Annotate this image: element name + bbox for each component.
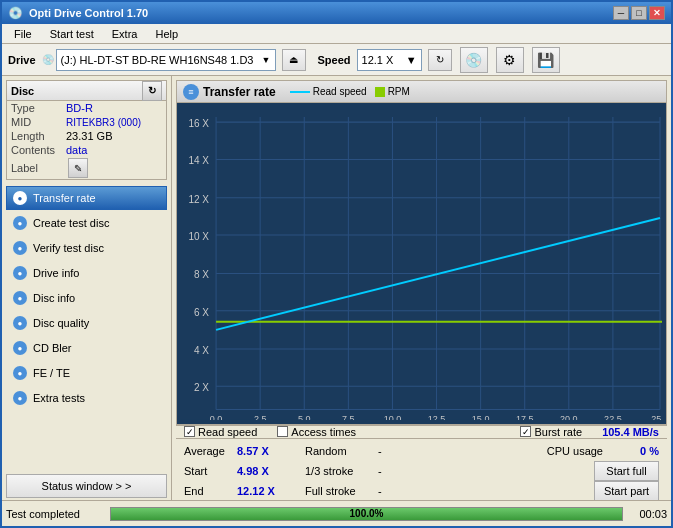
legend-read-speed: Read speed [290, 86, 367, 97]
read-speed-checkbox[interactable]: ✓ Read speed [184, 426, 257, 438]
disc-refresh-button[interactable]: ↻ [142, 81, 162, 101]
nav-verify-test-disc[interactable]: ● Verify test disc [6, 236, 167, 260]
nav-label-verify-test: Verify test disc [33, 242, 104, 254]
nav-label-drive-info: Drive info [33, 267, 79, 279]
average-value: 8.57 X [237, 445, 277, 457]
chart-title: Transfer rate [203, 85, 276, 99]
speed-label: Speed [318, 54, 351, 66]
nav-cd-bler[interactable]: ● CD Bler [6, 336, 167, 360]
length-label: Length [11, 130, 66, 142]
save-icon: 💾 [537, 52, 554, 68]
refresh-icon: ↻ [436, 54, 444, 65]
start-full-button[interactable]: Start full [594, 461, 659, 481]
random-value: - [378, 445, 408, 457]
nav-disc-quality[interactable]: ● Disc quality [6, 311, 167, 335]
nav-disc-info[interactable]: ● Disc info [6, 286, 167, 310]
nav-extra-tests[interactable]: ● Extra tests [6, 386, 167, 410]
status-time: 00:03 [627, 508, 667, 520]
svg-text:7.5: 7.5 [342, 414, 355, 420]
svg-text:17.5: 17.5 [516, 414, 534, 420]
title-bar: 💿 Opti Drive Control 1.70 ─ □ ✕ [2, 2, 671, 24]
svg-text:12.5: 12.5 [428, 414, 446, 420]
chart-icon: ≡ [183, 84, 199, 100]
svg-text:25.0: 25.0 [651, 414, 662, 420]
label-label: Label [11, 162, 66, 174]
svg-text:14 X: 14 X [188, 155, 209, 166]
nav-label-create-test: Create test disc [33, 217, 109, 229]
menu-file[interactable]: File [6, 26, 40, 42]
length-value: 23.31 GB [66, 130, 112, 142]
nav-icon-verify-test: ● [13, 241, 27, 255]
cpu-usage-label: CPU usage [547, 445, 611, 457]
nav-drive-info[interactable]: ● Drive info [6, 261, 167, 285]
status-bar: Test completed 100.0% 00:03 [2, 500, 671, 526]
nav-icon-disc-quality: ● [13, 316, 27, 330]
start-label: Start [184, 465, 229, 477]
eject-icon: ⏏ [289, 54, 298, 65]
nav-label-extra-tests: Extra tests [33, 392, 85, 404]
menu-help[interactable]: Help [147, 26, 186, 42]
menu-extra[interactable]: Extra [104, 26, 146, 42]
nav-transfer-rate[interactable]: ● Transfer rate [6, 186, 167, 210]
svg-text:10 X: 10 X [188, 231, 209, 242]
status-window-button[interactable]: Status window > > [6, 474, 167, 498]
nav-icon-drive-info: ● [13, 266, 27, 280]
stats-area: Average 8.57 X Random - CPU usage 0 % St… [176, 438, 667, 500]
app-title: Opti Drive Control 1.70 [29, 7, 148, 19]
cpu-usage-value: 0 % [619, 445, 659, 457]
full-stroke-value: - [378, 485, 408, 497]
svg-text:8 X: 8 X [194, 269, 209, 280]
refresh-button[interactable]: ↻ [428, 49, 452, 71]
status-text: Test completed [6, 508, 106, 520]
disc-panel-title: Disc [11, 85, 34, 97]
drive-select[interactable]: (J:) HL-DT-ST BD-RE WH16NS48 1.D3 ▼ [56, 49, 276, 71]
svg-text:6 X: 6 X [194, 307, 209, 318]
drive-label: Drive [8, 54, 36, 66]
svg-text:15.0: 15.0 [472, 414, 490, 420]
burst-rate-checkbox[interactable]: ✓ Burst rate [520, 426, 582, 438]
label-edit-button[interactable]: ✎ [68, 158, 88, 178]
minimize-button[interactable]: ─ [613, 6, 629, 20]
chart-header: ≡ Transfer rate Read speed RPM [177, 81, 666, 103]
progress-text: 100.0% [111, 508, 622, 520]
nav-fe-te[interactable]: ● FE / TE [6, 361, 167, 385]
chart-svg: 16 X 14 X 12 X 10 X 8 X 6 X 4 X 2 X [181, 107, 662, 420]
type-label: Type [11, 102, 66, 114]
contents-value: data [66, 144, 87, 156]
eject-button[interactable]: ⏏ [282, 49, 306, 71]
nav-create-test-disc[interactable]: ● Create test disc [6, 211, 167, 235]
svg-rect-0 [181, 107, 662, 420]
end-value: 12.12 X [237, 485, 277, 497]
maximize-button[interactable]: □ [631, 6, 647, 20]
access-times-checkbox[interactable]: Access times [277, 426, 356, 438]
full-stroke-label: Full stroke [305, 485, 370, 497]
end-label: End [184, 485, 229, 497]
nav-icon-cd-bler: ● [13, 341, 27, 355]
menu-start-test[interactable]: Start test [42, 26, 102, 42]
settings-button[interactable]: ⚙ [496, 47, 524, 73]
disc-icon: 💿 [465, 52, 482, 68]
close-button[interactable]: ✕ [649, 6, 665, 20]
average-label: Average [184, 445, 229, 457]
svg-text:5.0: 5.0 [298, 414, 311, 420]
svg-text:16 X: 16 X [188, 118, 209, 129]
legend-rpm: RPM [375, 86, 410, 97]
start-part-button[interactable]: Start part [594, 481, 659, 500]
speed-select[interactable]: 12.1 X ▼ [357, 49, 422, 71]
svg-text:0.0: 0.0 [210, 414, 223, 420]
save-button[interactable]: 💾 [532, 47, 560, 73]
nav-label-cd-bler: CD Bler [33, 342, 72, 354]
svg-text:2 X: 2 X [194, 382, 209, 393]
disc-button[interactable]: 💿 [460, 47, 488, 73]
svg-text:20.0: 20.0 [560, 414, 578, 420]
nav-icon-disc-info: ● [13, 291, 27, 305]
status-window-label: Status window > > [42, 480, 132, 492]
legend-read-color [290, 91, 310, 93]
menu-bar: File Start test Extra Help [2, 24, 671, 44]
contents-label: Contents [11, 144, 66, 156]
nav-icon-transfer-rate: ● [13, 191, 27, 205]
start-value: 4.98 X [237, 465, 277, 477]
legend-rpm-color [375, 87, 385, 97]
nav-icon-extra-tests: ● [13, 391, 27, 405]
svg-text:10.0: 10.0 [384, 414, 402, 420]
